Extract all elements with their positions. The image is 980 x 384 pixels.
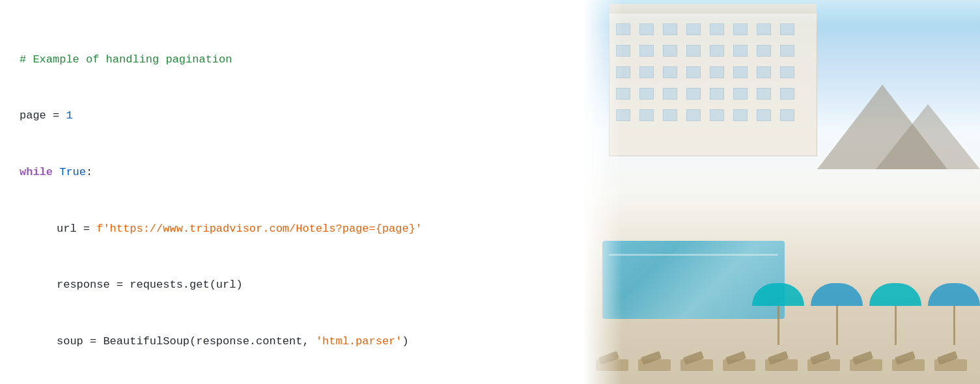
umbrella-4: [928, 283, 980, 345]
func-requests-get: requests.get(: [130, 279, 216, 291]
window: [780, 45, 794, 57]
window: [757, 66, 771, 78]
keyword-while: while: [20, 166, 53, 178]
window: [733, 88, 748, 100]
umbrella-pole: [777, 306, 779, 345]
lounge-chair-7: [850, 359, 882, 371]
window: [733, 66, 748, 78]
umbrella-pole-4: [953, 306, 955, 345]
window: [663, 88, 677, 100]
window: [639, 66, 654, 78]
umbrella-1: [752, 283, 804, 345]
lounge-chair-5: [765, 359, 798, 371]
window: [639, 109, 654, 121]
lounge-chair-6: [807, 359, 840, 371]
code-line-6: soup = BeautifulSoup(response.content, '…: [20, 333, 563, 351]
window: [733, 45, 748, 57]
umbrella-top-blue: [811, 283, 863, 306]
fade-overlay-top: [583, 0, 980, 26]
window: [757, 88, 771, 100]
lounge-chair-4: [723, 359, 755, 371]
arg-url: url: [216, 279, 236, 291]
window: [757, 45, 771, 57]
hotel-building: [609, 13, 817, 156]
umbrella-top-blue-2: [928, 283, 980, 306]
window: [663, 109, 677, 121]
func-beautifulsoup: BeautifulSoup(: [103, 335, 196, 348]
window: [663, 66, 677, 78]
window: [710, 66, 724, 78]
window: [686, 88, 701, 100]
window: [686, 66, 701, 78]
window: [710, 45, 724, 57]
window: [780, 109, 794, 121]
lounge-chair-2: [638, 359, 671, 371]
lounge-chair-9: [934, 359, 967, 371]
var-page: page: [20, 109, 46, 122]
umbrellas-area: [752, 283, 980, 345]
num-1: 1: [66, 109, 72, 122]
window: [686, 109, 701, 121]
image-panel: [583, 0, 980, 384]
window: [733, 109, 748, 121]
var-url: url: [57, 223, 77, 235]
umbrella-pole-3: [895, 306, 897, 345]
window: [639, 88, 654, 100]
comment-pagination: # Example of handling pagination: [20, 53, 232, 66]
keyword-true: True: [59, 166, 86, 178]
code-line-3: while True:: [20, 163, 563, 182]
code-line-2: page = 1: [20, 107, 563, 126]
window: [686, 45, 701, 57]
window: [780, 88, 794, 100]
string-html-parser: 'html.parser': [316, 335, 402, 348]
code-line-1: # Example of handling pagination: [20, 51, 563, 70]
lounge-chair-8: [892, 359, 925, 371]
code-block: # Example of handling pagination page = …: [20, 13, 563, 384]
var-soup: soup: [57, 335, 83, 348]
arg-response-content: response.content: [196, 335, 302, 348]
code-line-4: url = f'https://www.tripadvisor.com/Hote…: [20, 220, 563, 239]
window: [757, 109, 771, 121]
umbrella-pole-2: [836, 306, 838, 345]
umbrella-2: [811, 283, 863, 345]
window: [780, 66, 794, 78]
window: [710, 109, 724, 121]
building-windows: [616, 23, 800, 126]
string-url: f'https://www.tripadvisor.com/Hotels?pag…: [96, 223, 422, 235]
umbrella-top-teal-2: [869, 283, 921, 306]
fade-overlay-left: [583, 0, 622, 384]
lounge-chair-3: [680, 359, 713, 371]
window: [710, 88, 724, 100]
code-panel: # Example of handling pagination page = …: [0, 0, 583, 384]
window: [663, 45, 677, 57]
window: [639, 45, 654, 57]
umbrella-top-teal: [752, 283, 804, 306]
var-response: response: [57, 279, 110, 291]
chairs-area: [583, 359, 980, 371]
umbrella-3: [869, 283, 921, 345]
code-line-5: response = requests.get(url): [20, 276, 563, 295]
